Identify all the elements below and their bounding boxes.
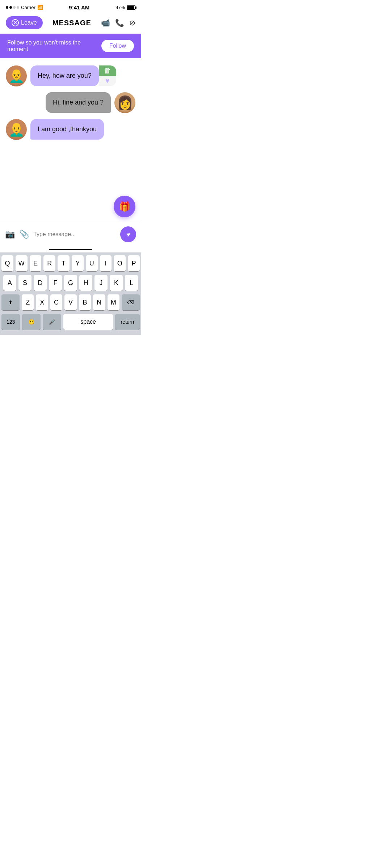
key-e[interactable]: E: [30, 255, 42, 271]
key-f[interactable]: F: [49, 275, 62, 291]
avatar-sender-2[interactable]: [114, 92, 135, 113]
avatar-sender-1[interactable]: [6, 65, 27, 86]
key-g[interactable]: G: [64, 275, 77, 291]
space-key[interactable]: space: [63, 314, 113, 330]
battery-icon: [127, 5, 135, 10]
send-button[interactable]: ➤: [117, 224, 139, 245]
message-text-1: Hey, how are you?: [38, 72, 92, 79]
signal-dot-3: [13, 6, 16, 9]
follow-button[interactable]: Follow: [101, 40, 134, 52]
message-text-2: Hi, fine and you ?: [53, 99, 104, 106]
key-z[interactable]: Z: [22, 294, 34, 310]
backspace-key[interactable]: ⌫: [122, 294, 140, 310]
keyboard-row-1: Q W E R T Y U I O P: [1, 255, 140, 271]
carrier-label: Carrier: [21, 5, 35, 10]
message-bubble-1: Hey, how are you?: [30, 65, 99, 86]
shift-key[interactable]: ⬆: [1, 294, 20, 310]
message-input[interactable]: [33, 231, 116, 238]
key-q[interactable]: Q: [1, 255, 13, 271]
key-s[interactable]: S: [18, 275, 31, 291]
message-row-3: I am good ,thankyou: [6, 119, 135, 140]
bubble-with-actions: Hey, how are you? 🗑 ♥: [30, 65, 116, 86]
keyboard: Q W E R T Y U I O P A S D F G H J K L ⬆ …: [0, 252, 141, 335]
key-l[interactable]: L: [125, 275, 138, 291]
leave-label: Leave: [21, 20, 37, 26]
numbers-key[interactable]: 123: [1, 314, 20, 330]
avatar-sender-3[interactable]: [6, 119, 27, 140]
block-icon[interactable]: ⊘: [129, 18, 135, 27]
status-right: 97%: [115, 5, 135, 10]
return-key[interactable]: return: [115, 314, 140, 330]
keyboard-row-2: A S D F G H J K L: [1, 275, 140, 291]
key-t[interactable]: T: [58, 255, 70, 271]
key-d[interactable]: D: [34, 275, 47, 291]
key-j[interactable]: J: [94, 275, 108, 291]
follow-banner: Follow so you won't miss the moment Foll…: [0, 34, 141, 58]
key-o[interactable]: O: [114, 255, 126, 271]
send-icon: ➤: [124, 230, 133, 239]
home-indicator: [49, 249, 92, 250]
keyboard-row-3: ⬆ Z X C V B N M ⌫: [1, 294, 140, 310]
key-r[interactable]: R: [43, 255, 55, 271]
header-actions: 📹 📞 ⊘: [101, 18, 135, 27]
camera-icon[interactable]: 📷: [5, 230, 15, 239]
phone-icon[interactable]: 📞: [115, 18, 124, 27]
signal-dot-1: [6, 6, 8, 9]
key-a[interactable]: A: [3, 275, 16, 291]
mic-key[interactable]: 🎤: [43, 314, 61, 330]
key-i[interactable]: I: [100, 255, 112, 271]
leave-x-icon: ✕: [12, 19, 19, 26]
video-call-icon[interactable]: 📹: [101, 18, 110, 27]
message-row-2: Hi, fine and you ?: [6, 92, 135, 113]
message-row-1: Hey, how are you? 🗑 ♥: [6, 65, 135, 86]
input-bar: 📷 📎 ➤: [0, 222, 141, 247]
bubble-actions: 🗑 ♥: [99, 65, 116, 86]
signal-dot-4: [17, 6, 19, 9]
page-title: MESSAGE: [52, 19, 91, 27]
key-n[interactable]: N: [93, 294, 105, 310]
home-bar: [0, 247, 141, 252]
signal-dot-2: [9, 6, 12, 9]
key-b[interactable]: B: [79, 294, 91, 310]
key-m[interactable]: M: [108, 294, 119, 310]
message-text-3: I am good ,thankyou: [38, 125, 97, 133]
emoji-key[interactable]: 🙂: [22, 314, 41, 330]
fab-area: 🎁: [0, 196, 141, 222]
status-left: Carrier 📶: [6, 5, 43, 10]
attachment-icon[interactable]: 📎: [19, 230, 29, 239]
wifi-icon: 📶: [37, 5, 43, 10]
key-x[interactable]: X: [36, 294, 48, 310]
header: ✕ Leave MESSAGE 📹 📞 ⊘: [0, 13, 141, 34]
key-p[interactable]: P: [128, 255, 140, 271]
leave-button[interactable]: ✕ Leave: [6, 16, 43, 29]
key-y[interactable]: Y: [72, 255, 84, 271]
like-message-button[interactable]: ♥: [99, 76, 116, 86]
battery-percent: 97%: [115, 5, 125, 10]
follow-banner-text: Follow so you won't miss the moment: [7, 39, 101, 52]
status-bar: Carrier 📶 9:41 AM 97%: [0, 0, 141, 13]
message-bubble-2: Hi, fine and you ?: [46, 92, 111, 113]
signal-dots: [6, 6, 19, 9]
key-c[interactable]: C: [50, 294, 62, 310]
keyboard-row-4: 123 🙂 🎤 space return: [1, 314, 140, 330]
key-h[interactable]: H: [79, 275, 92, 291]
key-v[interactable]: V: [64, 294, 76, 310]
delete-message-button[interactable]: 🗑: [99, 65, 116, 76]
key-w[interactable]: W: [16, 255, 28, 271]
messages-area: Hey, how are you? 🗑 ♥ Hi, fine and you ?…: [0, 58, 141, 196]
key-u[interactable]: U: [86, 255, 98, 271]
status-time: 9:41 AM: [69, 4, 89, 10]
message-bubble-3: I am good ,thankyou: [30, 119, 104, 140]
gift-button[interactable]: 🎁: [114, 196, 135, 217]
key-k[interactable]: K: [110, 275, 123, 291]
